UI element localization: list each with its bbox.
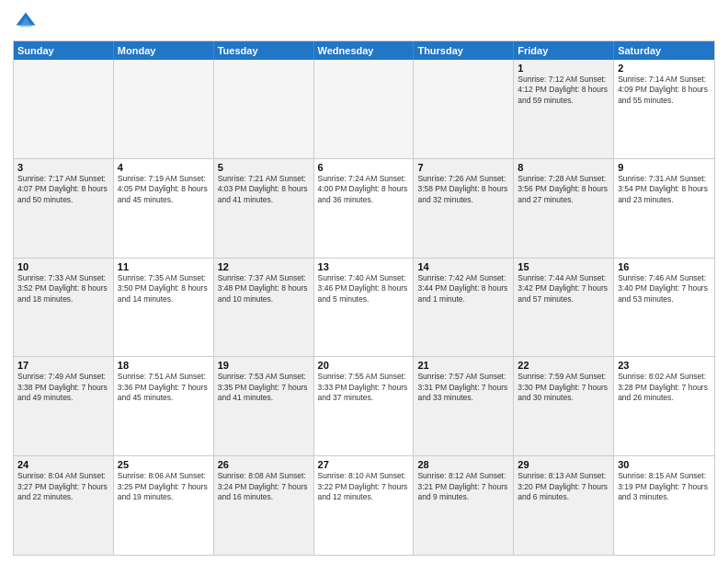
day-cell-21: 21Sunrise: 7:57 AM Sunset: 3:31 PM Dayli… [414,357,514,455]
day-info: Sunrise: 8:06 AM Sunset: 3:25 PM Dayligh… [118,471,210,502]
day-info: Sunrise: 7:31 AM Sunset: 3:54 PM Dayligh… [618,174,711,205]
day-number: 26 [218,459,310,470]
day-number: 13 [318,261,410,272]
day-info: Sunrise: 7:44 AM Sunset: 3:42 PM Dayligh… [518,273,609,304]
day-number: 7 [417,162,509,173]
calendar: SundayMondayTuesdayWednesdayThursdayFrid… [13,40,715,556]
empty-cell-r0c0 [14,60,114,158]
calendar-row-0: 1Sunrise: 7:12 AM Sunset: 4:12 PM Daylig… [14,60,714,158]
day-cell-10: 10Sunrise: 7:33 AM Sunset: 3:52 PM Dayli… [14,259,114,357]
day-cell-16: 16Sunrise: 7:46 AM Sunset: 3:40 PM Dayli… [614,259,714,357]
day-info: Sunrise: 7:57 AM Sunset: 3:31 PM Dayligh… [417,372,509,403]
day-info: Sunrise: 7:14 AM Sunset: 4:09 PM Dayligh… [618,75,711,106]
day-cell-20: 20Sunrise: 7:55 AM Sunset: 3:33 PM Dayli… [314,357,415,455]
day-number: 28 [417,459,509,470]
day-info: Sunrise: 8:08 AM Sunset: 3:24 PM Dayligh… [218,471,310,502]
weekday-header-monday: Monday [114,41,214,60]
calendar-header: SundayMondayTuesdayWednesdayThursdayFrid… [14,41,714,60]
header [13,9,715,35]
calendar-row-3: 17Sunrise: 7:49 AM Sunset: 3:38 PM Dayli… [14,356,714,455]
day-number: 1 [518,63,609,74]
day-info: Sunrise: 7:33 AM Sunset: 3:52 PM Dayligh… [17,273,109,304]
day-info: Sunrise: 7:55 AM Sunset: 3:33 PM Dayligh… [318,372,410,403]
day-info: Sunrise: 8:15 AM Sunset: 3:19 PM Dayligh… [618,471,711,502]
day-info: Sunrise: 7:26 AM Sunset: 3:58 PM Dayligh… [417,174,509,205]
day-number: 8 [518,162,609,173]
day-number: 14 [417,261,509,272]
day-number: 19 [218,360,310,371]
calendar-body: 1Sunrise: 7:12 AM Sunset: 4:12 PM Daylig… [14,60,714,555]
day-number: 11 [118,261,210,272]
calendar-row-1: 3Sunrise: 7:17 AM Sunset: 4:07 PM Daylig… [14,158,714,258]
day-cell-18: 18Sunrise: 7:51 AM Sunset: 3:36 PM Dayli… [114,357,214,455]
day-number: 30 [618,459,711,470]
day-cell-14: 14Sunrise: 7:42 AM Sunset: 3:44 PM Dayli… [414,259,514,357]
day-cell-28: 28Sunrise: 8:12 AM Sunset: 3:21 PM Dayli… [414,456,514,555]
day-number: 5 [218,162,310,173]
day-cell-15: 15Sunrise: 7:44 AM Sunset: 3:42 PM Dayli… [514,259,614,357]
weekday-header-tuesday: Tuesday [214,41,314,60]
day-number: 17 [17,360,109,371]
day-info: Sunrise: 7:17 AM Sunset: 4:07 PM Dayligh… [17,174,109,205]
day-info: Sunrise: 7:37 AM Sunset: 3:48 PM Dayligh… [218,273,310,304]
day-info: Sunrise: 8:10 AM Sunset: 3:22 PM Dayligh… [318,471,410,502]
day-cell-27: 27Sunrise: 8:10 AM Sunset: 3:22 PM Dayli… [314,456,415,555]
day-info: Sunrise: 7:35 AM Sunset: 3:50 PM Dayligh… [118,273,210,304]
day-cell-30: 30Sunrise: 8:15 AM Sunset: 3:19 PM Dayli… [614,456,714,555]
day-info: Sunrise: 7:42 AM Sunset: 3:44 PM Dayligh… [417,273,509,304]
day-number: 20 [318,360,410,371]
day-number: 25 [118,459,210,470]
day-cell-23: 23Sunrise: 8:02 AM Sunset: 3:28 PM Dayli… [614,357,714,455]
logo [13,9,40,35]
day-info: Sunrise: 8:13 AM Sunset: 3:20 PM Dayligh… [518,471,609,502]
day-number: 27 [318,459,410,470]
day-number: 3 [17,162,109,173]
day-number: 15 [518,261,609,272]
day-number: 22 [518,360,609,371]
day-cell-7: 7Sunrise: 7:26 AM Sunset: 3:58 PM Daylig… [414,159,514,258]
empty-cell-r0c1 [114,60,214,158]
day-cell-9: 9Sunrise: 7:31 AM Sunset: 3:54 PM Daylig… [614,159,714,258]
day-number: 10 [17,261,109,272]
day-number: 29 [518,459,609,470]
weekday-header-saturday: Saturday [614,41,714,60]
day-number: 23 [618,360,711,371]
day-number: 4 [118,162,210,173]
empty-cell-r0c2 [214,60,314,158]
day-info: Sunrise: 7:24 AM Sunset: 4:00 PM Dayligh… [318,174,410,205]
day-info: Sunrise: 7:59 AM Sunset: 3:30 PM Dayligh… [518,372,609,403]
weekday-header-sunday: Sunday [14,41,114,60]
day-info: Sunrise: 7:49 AM Sunset: 3:38 PM Dayligh… [17,372,109,403]
day-number: 24 [17,459,109,470]
day-cell-22: 22Sunrise: 7:59 AM Sunset: 3:30 PM Dayli… [514,357,614,455]
page: SundayMondayTuesdayWednesdayThursdayFrid… [0,0,728,563]
day-cell-19: 19Sunrise: 7:53 AM Sunset: 3:35 PM Dayli… [214,357,314,455]
day-number: 18 [118,360,210,371]
day-info: Sunrise: 7:28 AM Sunset: 3:56 PM Dayligh… [518,174,609,205]
day-info: Sunrise: 8:04 AM Sunset: 3:27 PM Dayligh… [17,471,109,502]
day-info: Sunrise: 7:51 AM Sunset: 3:36 PM Dayligh… [118,372,210,403]
day-cell-25: 25Sunrise: 8:06 AM Sunset: 3:25 PM Dayli… [114,456,214,555]
calendar-row-2: 10Sunrise: 7:33 AM Sunset: 3:52 PM Dayli… [14,258,714,357]
logo-icon [13,9,39,35]
weekday-header-friday: Friday [514,41,614,60]
day-cell-6: 6Sunrise: 7:24 AM Sunset: 4:00 PM Daylig… [314,159,415,258]
day-cell-24: 24Sunrise: 8:04 AM Sunset: 3:27 PM Dayli… [14,456,114,555]
day-cell-29: 29Sunrise: 8:13 AM Sunset: 3:20 PM Dayli… [514,456,614,555]
day-cell-1: 1Sunrise: 7:12 AM Sunset: 4:12 PM Daylig… [514,60,614,158]
day-info: Sunrise: 7:12 AM Sunset: 4:12 PM Dayligh… [518,75,609,106]
day-info: Sunrise: 8:02 AM Sunset: 3:28 PM Dayligh… [618,372,711,403]
day-info: Sunrise: 7:19 AM Sunset: 4:05 PM Dayligh… [118,174,210,205]
weekday-header-wednesday: Wednesday [314,41,415,60]
day-number: 16 [618,261,711,272]
day-cell-3: 3Sunrise: 7:17 AM Sunset: 4:07 PM Daylig… [14,159,114,258]
day-cell-26: 26Sunrise: 8:08 AM Sunset: 3:24 PM Dayli… [214,456,314,555]
day-cell-12: 12Sunrise: 7:37 AM Sunset: 3:48 PM Dayli… [214,259,314,357]
day-info: Sunrise: 7:46 AM Sunset: 3:40 PM Dayligh… [618,273,711,304]
day-cell-4: 4Sunrise: 7:19 AM Sunset: 4:05 PM Daylig… [114,159,214,258]
empty-cell-r0c3 [314,60,415,158]
day-number: 9 [618,162,711,173]
day-number: 6 [318,162,410,173]
day-number: 2 [618,63,711,74]
day-cell-8: 8Sunrise: 7:28 AM Sunset: 3:56 PM Daylig… [514,159,614,258]
